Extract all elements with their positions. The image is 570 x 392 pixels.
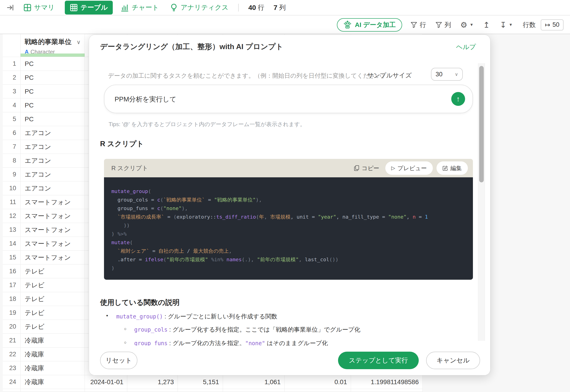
tab-chart[interactable]: チャート <box>121 3 159 12</box>
table-cell-sbu[interactable]: テレビ <box>21 278 85 292</box>
caret-down-icon: ▼ <box>509 23 513 27</box>
row-count-unit: 行 <box>258 3 264 12</box>
dialog-content: データラングリング（加工、整形）with AI プロンプト ヘルプ データの加工… <box>89 35 490 346</box>
table-cell-sbu[interactable]: PC <box>21 71 85 85</box>
table-cell-sbu[interactable]: PC <box>21 112 85 126</box>
table-cell-sbu[interactable]: スマートフォン <box>21 251 85 265</box>
function-explanation-item: ○group_cols : グループ化する列を指定。ここでは「戦略的事業単位」で… <box>134 326 361 334</box>
sample-size-value: 30 <box>436 71 443 78</box>
upload-button[interactable]: ↥ <box>483 20 490 29</box>
table-cell-value[interactable]: 5,151 <box>178 375 223 389</box>
row-number-cell: 20 <box>3 320 21 334</box>
tab-chart-label: チャート <box>132 3 159 12</box>
table-cell-sbu[interactable]: 冷蔵庫 <box>21 348 85 361</box>
explanation-text: : グループごとに新しい列を作成する関数 <box>163 313 277 320</box>
row-number-cell: 1 <box>3 57 21 71</box>
scrollbar-thumb[interactable] <box>479 66 484 182</box>
copy-button[interactable]: コピー <box>354 164 379 172</box>
code-line: .after = ifelse("前年の市場規模" %in% names(.),… <box>111 255 473 264</box>
table-cell-sbu[interactable]: テレビ <box>21 265 85 278</box>
table-cell-sbu[interactable]: PC <box>21 98 85 112</box>
run-as-step-button[interactable]: ステップとして実行 <box>338 352 419 369</box>
row-limit-label: 行数 <box>523 21 536 29</box>
collapse-panel-icon[interactable] <box>6 4 14 12</box>
preview-button[interactable]: ▷ プレビュー <box>385 161 433 175</box>
download-icon: ↧ <box>500 20 507 29</box>
table-cell-sbu[interactable]: テレビ <box>21 320 85 334</box>
copy-icon <box>354 165 360 171</box>
dialog-title: データラングリング（加工、整形）with AI プロンプト <box>100 42 283 52</box>
table-cell-sbu[interactable]: スマートフォン <box>21 223 85 237</box>
table-cell-sbu[interactable]: テレビ <box>21 292 85 306</box>
caret-down-icon: ▼ <box>470 23 474 27</box>
table-cell-sbu[interactable]: PC <box>21 57 85 71</box>
table-cell-value[interactable]: 2024-01-01 <box>85 375 127 389</box>
filter-rows-button[interactable]: 行 <box>410 21 426 29</box>
cancel-button[interactable]: キャンセル <box>426 352 480 369</box>
code-line: ) %>% <box>111 230 473 238</box>
table-cell-sbu[interactable]: スマートフォン <box>21 237 85 251</box>
row-limit-box[interactable]: ↦ 50 <box>541 19 564 30</box>
column-selection-bar <box>21 54 85 57</box>
table-cell-value[interactable]: 1,273 <box>127 375 178 389</box>
tab-summary-label: サマリ <box>34 3 55 12</box>
edit-button[interactable]: 編集 <box>436 161 468 175</box>
tab-analytics[interactable]: アナリティクス <box>170 3 228 12</box>
col-count-unit: 列 <box>279 3 286 12</box>
send-prompt-button[interactable]: ↑ <box>451 92 465 106</box>
table-cell-sbu[interactable]: 冷蔵庫 <box>21 375 85 389</box>
explanation-text: : グループ化の方法を指定。 <box>168 340 245 346</box>
edit-pencil-icon <box>443 165 448 171</box>
row-number-cell: 22 <box>3 348 21 361</box>
code-line: ) <box>111 264 473 272</box>
tab-table[interactable]: テーブル <box>65 1 113 14</box>
ai-data-wrangling-button[interactable]: AI データ加工 <box>337 18 402 32</box>
r-script-card-label: R スクリプト <box>111 164 148 172</box>
row-number-cell <box>3 389 21 392</box>
table-cell-sbu[interactable]: エアコン <box>21 168 85 182</box>
table-cell-sbu[interactable]: エアコン <box>21 140 85 154</box>
table-cell-sbu[interactable]: エアコン <box>21 182 85 195</box>
tab-analytics-label: アナリティクス <box>181 3 228 12</box>
row-number-cell: 7 <box>3 140 21 154</box>
table-cell-value[interactable]: 1,061 <box>223 375 285 389</box>
prompt-input[interactable]: PPM分析を実行して ↑ <box>104 85 473 113</box>
row-number-cell: 2 <box>3 71 21 85</box>
row-number-cell: 9 <box>3 168 21 182</box>
table-cell-hidden <box>351 389 423 392</box>
table-cell-sbu[interactable]: テレビ <box>21 306 85 320</box>
sort-chevron-icon[interactable]: ∨ <box>77 39 81 45</box>
sample-size-select[interactable]: 30 ∨ <box>431 68 463 81</box>
table-cell-value[interactable]: 0.01 <box>285 375 351 389</box>
table-cell-sbu[interactable]: エアコン <box>21 126 85 140</box>
help-link[interactable]: ヘルプ <box>456 43 476 51</box>
row-number-cell: 15 <box>3 251 21 265</box>
settings-menu-button[interactable]: ⚙ ▼ <box>460 20 473 29</box>
function-explanation-item: ○group_funs : グループ化の方法を指定。"none" はそのままグル… <box>134 339 328 346</box>
lightbulb-icon <box>170 3 178 12</box>
table-cell-sbu[interactable]: 冷蔵庫 <box>21 334 85 348</box>
table-cell-sbu[interactable]: 冷蔵庫 <box>21 361 85 375</box>
dialog-scrollbar[interactable] <box>478 63 485 341</box>
play-icon: ▷ <box>391 165 395 171</box>
download-menu-button[interactable]: ↧ ▼ <box>500 20 513 29</box>
tab-summary[interactable]: サマリ <box>24 3 55 12</box>
header-corner-cell <box>3 34 21 57</box>
table-cell-sbu[interactable]: エアコン <box>21 154 85 168</box>
table-cell-sbu[interactable]: PC <box>21 85 85 98</box>
r-script-code[interactable]: mutate_group( group_cols = c(`戦略的事業単位` =… <box>104 177 473 280</box>
column-title: 戦略的事業単位 <box>25 38 71 45</box>
table-cell-sbu[interactable]: スマートフォン <box>21 195 85 209</box>
table-actions-toolbar: AI データ加工 行 列 ⚙ ▼ ↥ ↧ ▼ 行数 ↦ 50 <box>0 16 570 34</box>
table-cell-hidden <box>223 389 285 392</box>
edit-label: 編集 <box>450 164 462 172</box>
prompt-tips: Tips: '@' を入力するとプロジェクト内のデータフレーム一覧が表示されます… <box>109 121 306 128</box>
inline-code: group_cols <box>134 326 168 333</box>
filter-columns-button[interactable]: 列 <box>435 21 451 29</box>
table-cell-sbu[interactable]: スマートフォン <box>21 209 85 223</box>
reset-button[interactable]: リセット <box>100 352 138 369</box>
table-cell-value[interactable]: 1.199811498586 <box>351 375 423 389</box>
inline-code: group_funs <box>134 340 168 346</box>
code-line: )) <box>111 221 473 230</box>
table-cell-hidden <box>285 389 351 392</box>
